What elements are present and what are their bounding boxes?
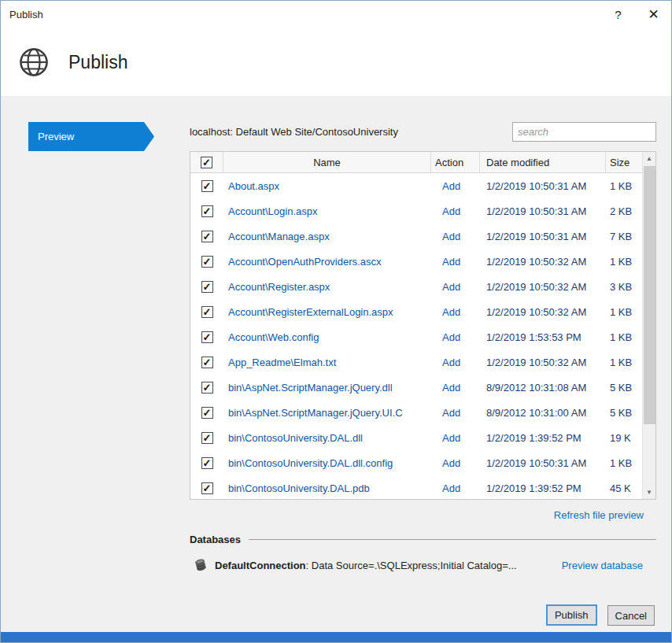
chevron-up-icon: ▲ <box>646 155 652 162</box>
table-row[interactable]: ✓ bin\ContosoUniversity.DAL.pdb Add 1/2/… <box>190 475 642 500</box>
dialog-footer: Publish Cancel <box>1 596 671 632</box>
file-name: bin\ContosoUniversity.DAL.dll <box>223 432 431 444</box>
refresh-row: Refresh file preview <box>190 508 656 522</box>
scrollbar-thumb[interactable] <box>644 166 655 424</box>
select-all-checkbox[interactable]: ✓ <box>201 157 212 168</box>
publish-dialog: Publish ? ✕ Publish Preview <box>0 0 672 643</box>
status-strip <box>1 632 671 642</box>
table-row[interactable]: ✓ bin\ContosoUniversity.DAL.dll Add 1/2/… <box>190 425 642 450</box>
table-row[interactable]: ✓ App_Readme\Elmah.txt Add 1/2/2019 10:5… <box>190 349 642 375</box>
file-action: Add <box>431 231 480 242</box>
help-button[interactable]: ? <box>600 1 636 28</box>
refresh-file-preview-link[interactable]: Refresh file preview <box>554 509 644 521</box>
table-row[interactable]: ✓ Account\Manage.aspx Add 1/2/2019 10:50… <box>190 224 642 249</box>
database-connection-text: DefaultConnection: Data Source=.\SQLExpr… <box>215 560 517 571</box>
file-size: 2 KB <box>606 205 642 217</box>
file-list: ✓ About.aspx Add 1/2/2019 10:50:31 AM 1 … <box>190 173 642 500</box>
sidebar-item-preview[interactable]: Preview <box>28 122 154 151</box>
publish-button[interactable]: Publish <box>546 604 597 626</box>
sidebar: Preview <box>1 122 190 596</box>
table-scroll-region: ✓ Name Action Date modified Size ✓ About… <box>190 152 642 500</box>
file-name: Account\Login.aspx <box>223 205 431 217</box>
row-checkbox[interactable]: ✓ <box>201 306 213 318</box>
topbar: localhost: Default Web Site/ContosoUnive… <box>190 122 656 142</box>
table-row[interactable]: ✓ bin\AspNet.ScriptManager.jQuery.UI.C A… <box>190 400 642 425</box>
file-action: Add <box>431 306 480 318</box>
file-table: ✓ Name Action Date modified Size ✓ About… <box>190 151 656 500</box>
row-checkbox[interactable]: ✓ <box>201 331 213 343</box>
file-size: 5 KB <box>606 382 642 394</box>
file-name: bin\ContosoUniversity.DAL.dll.config <box>223 457 431 469</box>
file-name: App_Readme\Elmah.txt <box>223 357 431 368</box>
file-name: Account\RegisterExternalLogin.aspx <box>223 306 431 318</box>
table-header: ✓ Name Action Date modified Size <box>190 152 642 173</box>
column-header-action: Action <box>431 152 480 172</box>
scroll-up-button[interactable]: ▲ <box>643 152 655 165</box>
table-row[interactable]: ✓ Account\OpenAuthProviders.ascx Add 1/2… <box>190 249 642 274</box>
row-checkbox[interactable]: ✓ <box>201 382 213 394</box>
table-row[interactable]: ✓ bin\AspNet.ScriptManager.jQuery.dll Ad… <box>190 375 642 400</box>
table-row[interactable]: ✓ bin\ContosoUniversity.DAL.dll.config A… <box>190 450 642 475</box>
file-date-modified: 1/2/2019 1:39:52 PM <box>480 432 606 444</box>
file-name: Account\Web.config <box>223 331 431 343</box>
close-icon: ✕ <box>648 6 659 23</box>
help-icon: ? <box>615 8 621 21</box>
file-action: Add <box>431 331 480 343</box>
file-name: bin\ContosoUniversity.DAL.pdb <box>223 482 431 494</box>
file-size: 1 KB <box>606 306 642 318</box>
table-row[interactable]: ✓ Account\Register.aspx Add 1/2/2019 10:… <box>190 274 642 299</box>
table-row[interactable]: ✓ Account\Login.aspx Add 1/2/2019 10:50:… <box>190 198 642 224</box>
file-name: Account\OpenAuthProviders.ascx <box>223 256 431 268</box>
file-size: 1 KB <box>606 180 642 192</box>
page-title: Publish <box>68 52 127 73</box>
database-row: DefaultConnection: Data Source=.\SQLExpr… <box>190 558 656 572</box>
scroll-down-button[interactable]: ▼ <box>643 486 655 499</box>
file-size: 19 K <box>606 432 642 444</box>
file-date-modified: 1/2/2019 10:50:31 AM <box>480 205 606 217</box>
column-header-date-modified: Date modified <box>480 152 606 172</box>
close-button[interactable]: ✕ <box>636 1 671 28</box>
file-name: bin\AspNet.ScriptManager.jQuery.dll <box>223 382 431 394</box>
file-action: Add <box>431 382 480 394</box>
window-title: Publish <box>9 9 43 20</box>
databases-section-header: Databases <box>190 534 656 545</box>
file-size: 45 K <box>606 482 642 494</box>
row-checkbox[interactable]: ✓ <box>201 281 213 293</box>
table-row[interactable]: ✓ Account\Web.config Add 1/2/2019 1:53:5… <box>190 324 642 349</box>
file-name: Account\Manage.aspx <box>223 231 431 242</box>
main-panel: localhost: Default Web Site/ContosoUnive… <box>190 122 671 596</box>
row-checkbox[interactable]: ✓ <box>201 231 213 242</box>
file-size: 1 KB <box>606 256 642 268</box>
row-checkbox[interactable]: ✓ <box>201 457 213 469</box>
file-action: Add <box>431 205 480 217</box>
section-divider <box>249 539 656 540</box>
preview-database-link[interactable]: Preview database <box>552 560 643 571</box>
row-checkbox[interactable]: ✓ <box>201 357 213 368</box>
table-row[interactable]: ✓ Account\RegisterExternalLogin.aspx Add… <box>190 299 642 324</box>
database-icon <box>194 558 208 572</box>
file-date-modified: 1/2/2019 10:50:31 AM <box>480 231 606 242</box>
table-row[interactable]: ✓ About.aspx Add 1/2/2019 10:50:31 AM 1 … <box>190 173 642 198</box>
file-action: Add <box>431 357 480 368</box>
vertical-scrollbar[interactable]: ▲ ▼ <box>642 152 655 499</box>
file-size: 7 KB <box>606 231 642 242</box>
row-checkbox[interactable]: ✓ <box>201 407 213 419</box>
file-name: Account\Register.aspx <box>223 281 431 293</box>
row-checkbox[interactable]: ✓ <box>201 180 213 192</box>
cancel-button[interactable]: Cancel <box>607 605 655 626</box>
row-checkbox[interactable]: ✓ <box>201 205 213 217</box>
databases-label: Databases <box>190 534 241 545</box>
file-date-modified: 8/9/2012 10:31:08 AM <box>480 382 606 394</box>
file-date-modified: 8/9/2012 10:31:00 AM <box>480 407 606 419</box>
file-name: About.aspx <box>223 180 431 192</box>
file-date-modified: 1/2/2019 10:50:31 AM <box>480 457 606 469</box>
file-action: Add <box>431 180 480 192</box>
row-checkbox[interactable]: ✓ <box>201 432 213 444</box>
file-date-modified: 1/2/2019 10:50:32 AM <box>480 357 606 368</box>
chevron-down-icon: ▼ <box>646 489 652 496</box>
file-date-modified: 1/2/2019 10:50:32 AM <box>480 256 606 268</box>
row-checkbox[interactable]: ✓ <box>201 482 213 494</box>
row-checkbox[interactable]: ✓ <box>201 256 213 268</box>
search-input[interactable] <box>512 122 656 142</box>
column-header-size: Size <box>606 152 642 172</box>
